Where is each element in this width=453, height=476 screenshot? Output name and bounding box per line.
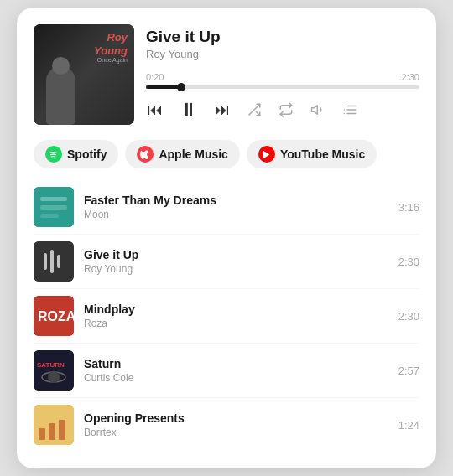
track-details: Faster Than My Dreams Moon xyxy=(84,194,388,220)
repeat-button[interactable] xyxy=(277,101,295,119)
track-details: Saturn Curtis Cole xyxy=(84,357,388,384)
track-item[interactable]: ROZA Mindplay Roza 2:30 xyxy=(34,289,419,344)
track-duration: 3:16 xyxy=(398,201,419,214)
skip-forward-button[interactable]: ⏭ xyxy=(213,100,232,121)
svg-rect-26 xyxy=(39,428,45,440)
volume-button[interactable] xyxy=(309,101,327,119)
svg-point-24 xyxy=(48,371,60,383)
track-thumbnail xyxy=(34,241,74,282)
track-thumbnail: ROZA xyxy=(34,296,74,336)
track-list: Faster Than My Dreams Moon 3:16 Give it … xyxy=(34,180,419,452)
total-time: 2:30 xyxy=(402,72,419,82)
svg-rect-27 xyxy=(49,423,55,440)
tab-spotify[interactable]: Spotify xyxy=(34,140,118,168)
track-name: Opening Presents xyxy=(84,411,388,425)
track-name: Saturn xyxy=(84,357,388,370)
tab-apple-music[interactable]: Apple Music xyxy=(125,140,239,168)
track-duration: 2:30 xyxy=(398,256,419,268)
track-name: Mindplay xyxy=(84,303,388,316)
album-text: RoyYoung Once Again xyxy=(94,31,128,63)
track-details: Give it Up Roy Young xyxy=(84,248,388,275)
skip-back-button[interactable]: ⏮ xyxy=(146,100,164,121)
pause-button[interactable]: ⏸ xyxy=(178,97,200,122)
svg-rect-16 xyxy=(44,253,47,270)
track-duration: 2:57 xyxy=(398,365,419,377)
spotify-icon xyxy=(45,146,62,163)
apple-music-label: Apple Music xyxy=(159,147,227,161)
svg-rect-12 xyxy=(40,197,67,201)
track-thumb-art xyxy=(34,241,74,282)
track-duration: 1:24 xyxy=(398,419,419,432)
queue-button[interactable] xyxy=(341,101,359,119)
svg-rect-13 xyxy=(40,205,67,210)
track-thumbnail: SATURN xyxy=(34,350,74,391)
svg-text:SATURN: SATURN xyxy=(37,361,65,369)
track-artist: Roza xyxy=(84,318,388,329)
current-time: 0:20 xyxy=(146,72,164,82)
track-name: Faster Than My Dreams xyxy=(84,194,388,207)
svg-marker-10 xyxy=(263,150,270,158)
track-thumbnail xyxy=(34,187,74,227)
track-name: Give it Up xyxy=(84,248,388,261)
track-item[interactable]: Opening Presents Borrtex 1:24 xyxy=(34,398,419,452)
svg-rect-17 xyxy=(50,250,54,273)
apple-music-icon xyxy=(137,146,154,163)
track-duration: 2:30 xyxy=(398,310,419,323)
progress-bar-fill xyxy=(146,85,181,89)
svg-rect-28 xyxy=(59,420,65,440)
spotify-label: Spotify xyxy=(67,147,107,161)
track-thumb-art: SATURN xyxy=(34,350,74,391)
track-thumbnail xyxy=(34,405,74,445)
track-artist: Roy Young xyxy=(84,263,388,275)
now-playing-section: RoyYoung Once Again Give it Up Roy Young… xyxy=(34,24,419,125)
progress-bar-container[interactable]: 0:20 2:30 xyxy=(146,72,419,89)
track-artist: Moon xyxy=(84,209,388,220)
track-thumb-art: ROZA xyxy=(34,296,74,336)
playback-controls: ⏮ ⏸ ⏭ xyxy=(146,97,419,122)
track-details: Mindplay Roza xyxy=(84,303,388,329)
shuffle-button[interactable] xyxy=(245,101,263,119)
progress-bar-bg[interactable] xyxy=(146,85,419,89)
youtube-music-label: YouTube Music xyxy=(280,147,365,161)
track-item[interactable]: SATURN Saturn Curtis Cole 2:57 xyxy=(34,344,419,398)
progress-times: 0:20 2:30 xyxy=(146,72,419,82)
album-subtitle-art: Once Again xyxy=(94,57,128,63)
track-item[interactable]: Give it Up Roy Young 2:30 xyxy=(34,235,419,289)
tab-youtube-music[interactable]: YouTube Music xyxy=(247,140,377,168)
svg-marker-2 xyxy=(312,106,318,115)
track-artist: Curtis Cole xyxy=(84,372,388,384)
svg-rect-18 xyxy=(57,255,60,268)
track-details: Opening Presents Borrtex xyxy=(84,411,388,438)
track-artist: Borrtex xyxy=(84,427,388,438)
progress-dot xyxy=(177,83,185,91)
album-art: RoyYoung Once Again xyxy=(34,24,134,125)
artist-silhouette xyxy=(38,45,84,125)
youtube-music-icon xyxy=(258,146,275,163)
track-thumb-art xyxy=(34,187,74,227)
music-player-card: RoyYoung Once Again Give it Up Roy Young… xyxy=(17,8,436,468)
service-tabs: Spotify Apple Music YouTube Music xyxy=(34,140,419,168)
now-playing-title: Give it Up xyxy=(146,28,419,46)
svg-rect-21 xyxy=(34,350,74,391)
svg-rect-14 xyxy=(40,214,59,218)
album-title-art: RoyYoung xyxy=(94,31,128,57)
svg-text:ROZA: ROZA xyxy=(38,309,74,323)
track-item[interactable]: Faster Than My Dreams Moon 3:16 xyxy=(34,180,419,235)
now-playing-artist: Roy Young xyxy=(146,48,419,60)
track-info: Give it Up Roy Young 0:20 2:30 ⏮ ⏸ ⏭ xyxy=(146,24,419,122)
track-thumb-art xyxy=(34,405,74,445)
